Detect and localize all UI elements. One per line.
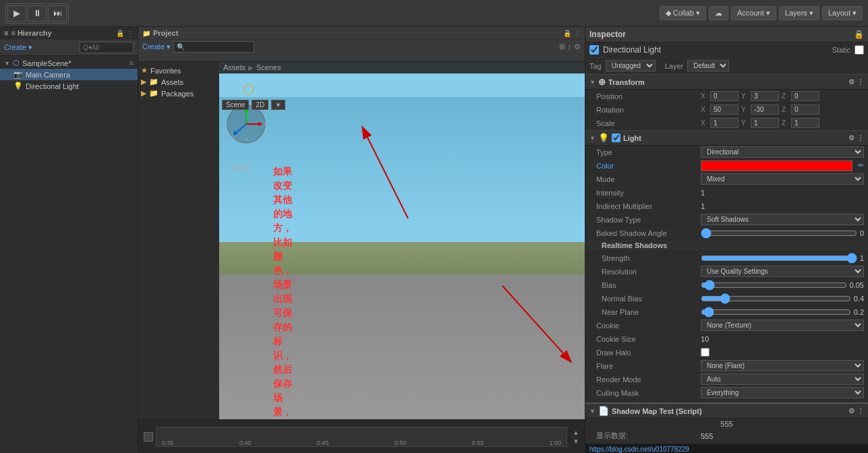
transform-settings-btn[interactable]: ⚙	[848, 78, 855, 86]
near-plane-slider[interactable]	[701, 307, 851, 317]
scene-menu-icon[interactable]: ≡	[129, 59, 134, 67]
project-sort-btn[interactable]: ↕	[568, 42, 572, 51]
project-search[interactable]	[173, 41, 254, 53]
layout-button[interactable]: Layout ▾	[822, 6, 863, 20]
mode-row: Mode Mixed	[585, 173, 868, 186]
project-settings-btn[interactable]: ⚙	[574, 42, 581, 51]
cookie-size-label: Cookie Size	[596, 335, 701, 343]
scene-2d-btn[interactable]: 2D	[252, 100, 268, 110]
tag-label: Tag	[589, 62, 602, 70]
color-edit-icon[interactable]: ✏	[858, 161, 864, 170]
timeline-collapse-btn[interactable]: ▼	[573, 437, 579, 445]
center-panels: 📁 Project 🔒 ⋮ Create ▾ ⊞ ↕ ⚙	[138, 27, 585, 453]
object-name: Directional Light	[603, 45, 828, 55]
layer-select[interactable]: Default	[687, 60, 729, 71]
resolution-select[interactable]: Use Quality Settings	[701, 266, 864, 277]
script-menu-btn[interactable]: ⋮	[857, 407, 864, 415]
cookie-size-row: Cookie Size 10	[585, 332, 868, 346]
pause-button[interactable]: ⏸	[28, 5, 47, 22]
light-section-header[interactable]: ▼ 💡 Light ⚙ ⋮	[585, 130, 868, 146]
pos-z-input[interactable]	[791, 91, 819, 101]
scale-x-input[interactable]	[710, 118, 739, 128]
url-text: https://blog.csdn.net/u010778229	[589, 446, 689, 453]
inspector-lock[interactable]: 🔒	[854, 30, 864, 39]
favorites-folder[interactable]: ★ Favorites	[138, 65, 219, 76]
directional-light-label: Directional Light	[26, 82, 79, 90]
rot-y-input[interactable]	[751, 104, 779, 115]
light-settings-btn[interactable]: ⚙	[848, 134, 855, 142]
breadcrumb-scenes: Scenes	[256, 63, 281, 71]
scene-mode-btn[interactable]: Scene	[222, 100, 249, 110]
assets-folder[interactable]: ▶ 📁 Assets	[138, 76, 219, 88]
collab-button[interactable]: ◆ Collab ▾	[660, 6, 706, 20]
flare-select[interactable]: None (Flare)	[701, 360, 864, 371]
scale-z-input[interactable]	[791, 118, 819, 128]
rot-x-input[interactable]	[710, 104, 739, 115]
project-view-btn[interactable]: ⊞	[559, 42, 565, 51]
step-button[interactable]: ⏭	[48, 5, 67, 22]
object-active-checkbox[interactable]	[589, 45, 599, 55]
account-button[interactable]: Account ▾	[731, 6, 776, 20]
bias-slider[interactable]	[701, 280, 847, 290]
timeline-toggle[interactable]	[144, 432, 153, 442]
baked-shadow-slider[interactable]	[701, 229, 857, 238]
strength-slider[interactable]	[701, 253, 857, 263]
scale-y-input[interactable]	[751, 118, 779, 128]
light-menu-btn[interactable]: ⋮	[857, 134, 864, 142]
main-camera-item[interactable]: 📷 Main Camera	[0, 69, 138, 80]
pos-x-input[interactable]	[710, 91, 739, 101]
scene-3d-view[interactable]: 如果改变其他的地方，比如颜色，场景 出现可保存的标识，然后保存场景，再次 打开后…	[219, 97, 585, 419]
intensity-row: Intensity 1	[585, 186, 868, 200]
pos-y-coord: Y	[741, 91, 779, 101]
play-button[interactable]: ▶	[7, 5, 26, 22]
normal-bias-slider[interactable]	[701, 294, 851, 303]
color-swatch[interactable]	[701, 160, 852, 171]
scene-view[interactable]: Assets ▶ Scenes ⬡ SampleScene	[219, 62, 585, 419]
project-lock[interactable]: 🔒	[563, 30, 571, 37]
culling-mask-select[interactable]: Everything	[701, 387, 864, 398]
scene-lighting-btn[interactable]: ☀	[271, 100, 285, 110]
shadow-type-select[interactable]: Soft Shadows	[701, 214, 864, 225]
transform-section-header[interactable]: ▼ ⊕ Transform ⚙ ⋮	[585, 74, 868, 90]
project-menu[interactable]: ⋮	[574, 30, 581, 37]
project-header-row: 📁 Project 🔒 ⋮ Create ▾ ⊞ ↕ ⚙	[138, 27, 585, 62]
pos-x-label: X	[701, 92, 709, 100]
mode-select[interactable]: Mixed	[701, 173, 864, 185]
type-select[interactable]: Directional	[701, 146, 864, 158]
pos-y-input[interactable]	[751, 91, 779, 101]
timeline-mark-4: 0:55	[472, 440, 484, 446]
draw-halo-checkbox[interactable]	[701, 348, 710, 357]
breadcrumb-assets[interactable]: Assets	[223, 63, 245, 71]
tag-select[interactable]: Untagged	[606, 60, 656, 71]
shadow-type-row: Shadow Type Soft Shadows	[585, 213, 868, 227]
packages-folder[interactable]: ▶ 📁 Packages	[138, 88, 219, 99]
cookie-select[interactable]: None (Texture)	[701, 320, 864, 331]
scale-y-label: Y	[741, 119, 749, 127]
hierarchy-menu[interactable]: ⋮	[127, 30, 134, 37]
timeline-area: 0:35 0:40 0:45 0:50 0:55 1:00 ▲ ▼	[138, 420, 585, 453]
timeline-bar: 0:35 0:40 0:45 0:50 0:55 1:00	[156, 427, 567, 447]
timeline-expand-btn[interactable]: ▲	[573, 429, 579, 436]
hierarchy-lock[interactable]: 🔒	[116, 30, 124, 37]
rotation-label: Rotation	[596, 106, 701, 114]
hierarchy-create-btn[interactable]: Create ▾	[4, 43, 32, 52]
color-row: Color ✏	[585, 159, 868, 173]
directional-light-item[interactable]: 💡 Directional Light	[0, 80, 138, 92]
transform-menu-btn[interactable]: ⋮	[857, 78, 864, 86]
hierarchy-search[interactable]	[80, 42, 134, 53]
camera-icon: 📷	[13, 70, 23, 79]
render-mode-select[interactable]: Auto	[701, 373, 864, 385]
scene-root-item[interactable]: ▼ ⬡ SampleScene* ≡	[0, 57, 138, 69]
draw-halo-row: Draw Halo	[585, 346, 868, 359]
light-enabled-checkbox[interactable]	[612, 133, 620, 142]
cloud-button[interactable]: ☁	[709, 6, 728, 20]
script-section-header[interactable]: ▼ 📄 Shadow Map Test (Script) ⚙ ⋮	[585, 402, 868, 419]
static-checkbox[interactable]	[855, 45, 864, 55]
static-label: Static	[832, 46, 850, 54]
color-label: Color	[596, 162, 701, 170]
near-plane-label: Near Plane	[596, 308, 701, 316]
layers-button[interactable]: Layers ▾	[779, 6, 819, 20]
rot-z-input[interactable]	[791, 104, 819, 115]
project-create-btn[interactable]: Create ▾	[142, 42, 171, 51]
script-settings-btn[interactable]: ⚙	[848, 407, 855, 415]
